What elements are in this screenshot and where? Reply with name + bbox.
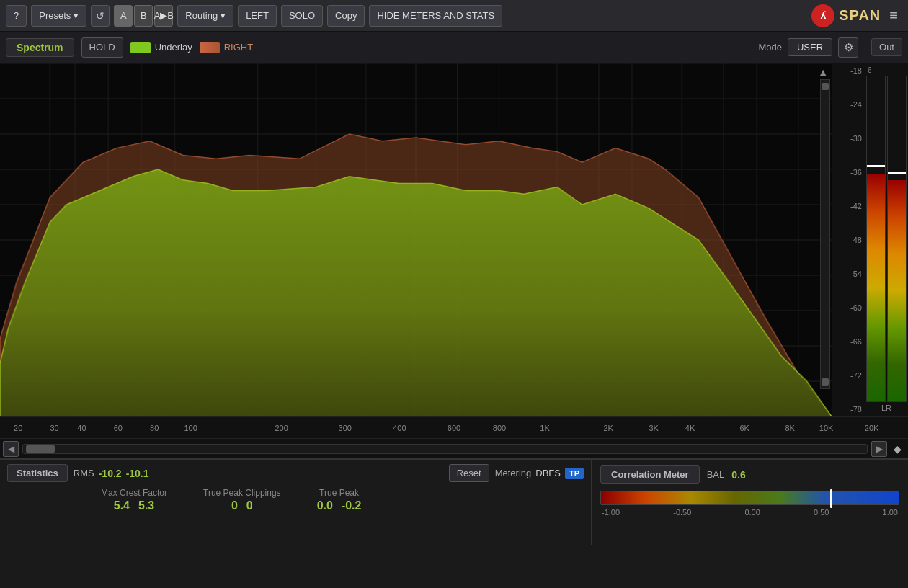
mode-area: Mode USER ⚙ — [758, 37, 858, 58]
metering-section: Metering DBFS TP — [495, 468, 584, 479]
dbfs-label: DBFS — [535, 468, 561, 478]
db-scale: -18 -24 -30 -36 -42 -48 -54 -60 -66 -72 … — [832, 63, 865, 416]
scroll-up-arrow[interactable]: ▲ — [817, 66, 829, 79]
refresh-button[interactable]: ↺ — [91, 5, 110, 27]
routing-button[interactable]: Routing ▾ — [177, 5, 233, 27]
ab-group: A B A▶B — [114, 5, 173, 27]
db-tick-minus36: -36 — [834, 168, 862, 177]
out-meter-right-fill — [888, 180, 906, 401]
rms-section: RMS -10.2 -10.1 — [74, 468, 149, 479]
freq-200: 200 — [275, 424, 288, 432]
correlation-section: Correlation Meter BAL 0.6 -1.00 -0.50 0.… — [591, 460, 908, 545]
correlation-meter-bar — [600, 491, 899, 505]
statistics-section: Statistics RMS -10.2 -10.1 Reset Meterin… — [0, 460, 591, 545]
hamburger-menu-button[interactable]: ≡ — [885, 7, 902, 24]
presets-button[interactable]: Presets ▾ — [31, 5, 86, 27]
scroll-track[interactable] — [22, 444, 868, 454]
freq-10k: 10K — [819, 424, 834, 432]
diamond-button[interactable]: ◆ — [889, 441, 905, 457]
freq-30: 30 — [50, 424, 58, 432]
scroll-left-arrow[interactable]: ◀ — [3, 441, 19, 457]
scroll-thumb-left[interactable] — [26, 445, 55, 453]
spectrum-container[interactable]: ▲ ▼ — [0, 63, 832, 416]
true-peak-clippings-values: 0 0 — [231, 499, 253, 512]
reset-button[interactable]: Reset — [449, 464, 489, 482]
correlation-top-row: Correlation Meter BAL 0.6 — [600, 466, 899, 484]
corr-scale-minus05: -0.50 — [673, 508, 691, 517]
right-label: RIGHT — [224, 42, 253, 53]
out-meter-right — [887, 76, 907, 402]
freq-80: 80 — [150, 424, 159, 432]
scroll-right-arrow[interactable]: ▶ — [871, 441, 887, 457]
true-peak-clippings-left: 0 — [231, 499, 238, 512]
true-peak-values: 0.0 -0.2 — [317, 499, 362, 512]
freq-3k: 3K — [649, 424, 658, 432]
chevron-down-icon: ▾ — [74, 10, 79, 21]
spectrum-header: Spectrum HOLD Underlay RIGHT Mode USER ⚙… — [0, 32, 908, 63]
db-tick-minus18: -18 — [834, 66, 862, 75]
freq-40: 40 — [77, 424, 86, 432]
presets-label: Presets — [39, 10, 71, 21]
db-tick-minus78: -78 — [834, 405, 862, 414]
copy-button[interactable]: Copy — [327, 5, 365, 27]
vertical-scroll-thumb-bottom[interactable] — [822, 378, 829, 386]
out-meter-left-peak — [867, 165, 885, 167]
app-name: SPAN — [839, 7, 881, 24]
underlay-color-green — [130, 42, 151, 53]
app-logo: ʎ SPAN — [811, 4, 881, 27]
tp-button[interactable]: TP — [565, 468, 584, 479]
bal-value: 0.6 — [731, 469, 745, 481]
ab-a-button[interactable]: A — [114, 5, 133, 27]
vertical-scrollbar[interactable] — [820, 79, 830, 389]
left-button[interactable]: LEFT — [238, 5, 277, 27]
true-peak-group: True Peak 0.0 -0.2 — [317, 488, 362, 512]
statistics-label: Statistics — [7, 464, 68, 482]
freq-100: 100 — [184, 424, 197, 432]
max-crest-right: 5.3 — [138, 499, 154, 512]
db-tick-minus30: -30 — [834, 134, 862, 143]
lr-labels: L R — [881, 402, 891, 414]
max-crest-left: 5.4 — [114, 499, 130, 512]
solo-button[interactable]: SOLO — [281, 5, 323, 27]
out-meter-left — [866, 76, 886, 402]
freq-20: 20 — [14, 424, 22, 432]
freq-600: 600 — [448, 424, 460, 432]
true-peak-clippings-label: True Peak Clippings — [203, 488, 281, 498]
mode-value: USER — [788, 38, 832, 56]
db-tick-minus60: -60 — [834, 303, 862, 312]
freq-300: 300 — [339, 424, 352, 432]
underlay-indicator: Underlay — [130, 42, 192, 53]
correlation-scale: -1.00 -0.50 0.00 0.50 1.00 — [600, 508, 899, 517]
frequency-axis: 20 30 40 60 80 100 200 300 400 600 800 1… — [0, 416, 908, 438]
true-peak-clippings-group: True Peak Clippings 0 0 — [203, 488, 281, 512]
routing-label: Routing — [185, 10, 218, 21]
ab-arrow-button[interactable]: A▶B — [154, 5, 173, 27]
vertical-scroll-thumb[interactable] — [822, 83, 829, 90]
main-area: ▲ ▼ -18 -24 -30 -36 -42 -48 -54 -60 -66 … — [0, 63, 908, 416]
hide-meters-button[interactable]: HIDE METERS AND STATS — [369, 5, 502, 27]
stats-top-row: Statistics RMS -10.2 -10.1 Reset Meterin… — [7, 464, 584, 482]
freq-20k: 20K — [865, 424, 879, 432]
scrollbar-row: ◀ ▶ ◆ — [0, 438, 908, 458]
freq-8k: 8K — [785, 424, 794, 432]
out-meter-scale-top: 6 — [866, 66, 907, 74]
bal-label: BAL — [707, 469, 725, 480]
freq-800: 800 — [493, 424, 506, 432]
out-meter-left-fill — [867, 174, 885, 401]
db-tick-minus72: -72 — [834, 371, 862, 380]
ab-b-button[interactable]: B — [134, 5, 153, 27]
help-button[interactable]: ? — [6, 5, 27, 27]
db-tick-minus54: -54 — [834, 270, 862, 278]
settings-button[interactable]: ⚙ — [838, 37, 858, 58]
rms-left-value: -10.2 — [99, 468, 122, 479]
logo-icon: ʎ — [811, 4, 834, 27]
stats-bottom-row: Max Crest Factor 5.4 5.3 True Peak Clipp… — [7, 488, 584, 512]
out-meter: 6 L R 0 -6 -12 -18 -24 -30 -36 — [865, 63, 908, 416]
true-peak-clippings-right: 0 — [246, 499, 253, 512]
freq-400: 400 — [393, 424, 406, 432]
mode-label: Mode — [758, 42, 782, 53]
freq-4k: 4K — [685, 424, 695, 432]
underlay-color-right — [200, 42, 220, 53]
hold-button[interactable]: HOLD — [81, 37, 123, 58]
corr-scale-0: 0.00 — [744, 508, 760, 517]
